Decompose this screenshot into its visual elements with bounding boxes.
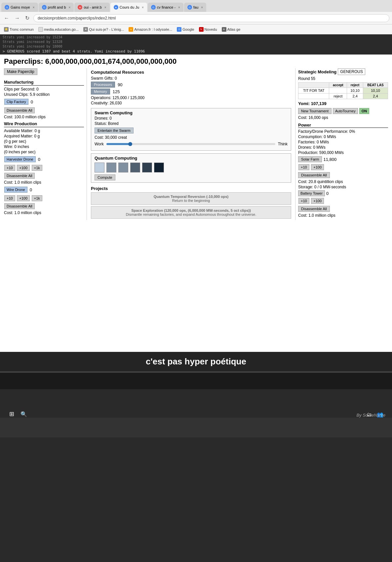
td-reject-label: reject (329, 94, 347, 99)
battery-tower-button[interactable]: Battery Tower (298, 190, 325, 196)
tab-oui[interactable]: M oui - amir.b × (74, 3, 109, 12)
harvester-plus100[interactable]: +100 (17, 165, 30, 171)
project-temporal-reversion[interactable]: Quantum Temporal Reversion (-10,000 ops)… (91, 192, 291, 205)
processors-button[interactable]: Processors (91, 82, 115, 88)
memory-button[interactable]: Memory (91, 89, 110, 94)
bookmark-novedu[interactable]: N Novedu (198, 26, 218, 32)
bookmark-atlas[interactable]: A Atlas ge (220, 26, 242, 32)
bookmark-media[interactable]: media.education.go... (37, 26, 80, 32)
tab-cv[interactable]: G cv finance - × (148, 3, 183, 12)
tab-close-profit[interactable]: × (69, 6, 71, 9)
solar-farm-button[interactable]: Solar Farm (298, 156, 322, 162)
creativity: Creativity: 26,030 (91, 101, 291, 105)
bookmark-favicon-tronc: ⭐ (4, 27, 9, 32)
solar-plus100[interactable]: +100 (311, 164, 324, 170)
strategic-modeling-title: Strategic Modeling (298, 69, 336, 74)
disassemble-all-manufacturing-button[interactable]: Disassemble All (4, 107, 35, 113)
qubit-2 (106, 163, 116, 172)
wire-rate: (0 inches per sec) (4, 150, 84, 154)
tab-cours[interactable]: ● Cours du Ju × (110, 3, 147, 12)
wire-value: 0 (30, 187, 32, 192)
autotourney-button[interactable]: AutoTourney (333, 108, 358, 114)
project-space-exploration[interactable]: Space Exploration (120,000 ops, (6,000,0… (91, 206, 291, 219)
td-reject-row (298, 94, 329, 99)
td-accept (329, 88, 347, 94)
bookmark-tronc[interactable]: ⭐ Tronc commun (3, 26, 35, 32)
battery-row: Battery Tower 0 (298, 190, 388, 196)
processors-value: 90 (118, 82, 122, 87)
notif-3: Strats yomi increased by 18000 (3, 44, 389, 49)
tab-favicon-profit: G (42, 5, 47, 10)
manufacturing-cost: Cost: 100.0 million clips (4, 115, 84, 119)
qubit-6 (154, 163, 164, 172)
tab-profit[interactable]: G profit and b × (39, 3, 74, 12)
project-temporal-desc: Return to the beginning (94, 199, 288, 203)
tab-close-cv[interactable]: × (178, 6, 180, 9)
td-reject-vals: 2,4 (347, 94, 363, 99)
forward-button[interactable]: → (13, 15, 21, 22)
disassemble-all-wire-button[interactable]: Disassemble All (4, 203, 35, 209)
paperclips-count: 6,000,000,000,001,674,000,000,000,000 (45, 57, 177, 65)
laptop-bottom: ⊞ 🔍 🗂 👥 By SomeName (0, 371, 392, 437)
battery-plus100[interactable]: +100 (311, 198, 324, 204)
tournament-cost: Cost: 16,000 ops (298, 115, 388, 120)
qubits-row (95, 163, 288, 172)
tab-close-fau[interactable]: × (201, 6, 203, 9)
disassemble-all-solar-button[interactable]: Disassemble All (298, 172, 330, 178)
th-empty (298, 83, 329, 88)
battery-plus10[interactable]: +10 (298, 198, 309, 204)
tab-favicon-cours: ● (114, 5, 118, 10)
wire-plus1k[interactable]: +1k (32, 195, 42, 201)
harvester-plus10[interactable]: +10 (4, 165, 15, 171)
swarm-status: Status: Bored (95, 121, 288, 126)
quantum-computing-title: Quantum Computing (95, 156, 288, 161)
tab-favicon-gains: G (5, 5, 9, 10)
td-accept-vals: 10,10 (347, 88, 363, 94)
bookmark-amazon[interactable]: a Amazon.fr : l odyssée... (127, 26, 174, 32)
swarm-drones: Drones: 0 (95, 116, 288, 121)
wire-plus10[interactable]: +10 (4, 195, 15, 201)
disassemble-all-battery-button[interactable]: Disassemble All (298, 206, 330, 212)
manufacturing-header: Manufacturing (4, 80, 84, 86)
tab-close-cours[interactable]: × (142, 6, 144, 9)
qubit-3 (118, 163, 128, 172)
bookmark-qui[interactable]: ★ Qui suis-je? - L'énig... (82, 26, 125, 32)
harvester-drone-button[interactable]: Harvester Drone (4, 156, 36, 162)
battery-value: 0 (326, 191, 329, 196)
tab-close-gains[interactable]: × (33, 6, 35, 9)
compute-button[interactable]: Compute (95, 174, 115, 180)
refresh-button[interactable]: ↻ (24, 14, 31, 22)
taskbar: ⊞ 🔍 🗂 👥 (0, 373, 392, 389)
wire-plus100[interactable]: +100 (17, 195, 30, 201)
back-button[interactable]: ← (3, 15, 11, 22)
tab-fau[interactable]: G fau × (184, 3, 206, 12)
tab-favicon-cv: G (151, 5, 156, 10)
unused-clips: Unused Clips: 5.9 octillion (4, 92, 84, 97)
new-tournament-button[interactable]: New Tournament (298, 108, 332, 114)
generous-badge: GENEROUS (338, 68, 365, 75)
td-beat-accept: 10,10 (363, 88, 388, 94)
solar-plus10[interactable]: +10 (298, 164, 309, 170)
bookmark-favicon-novedu: N (199, 27, 204, 32)
qubit-5 (142, 163, 152, 172)
make-paperclip-button[interactable]: Make Paperclip (4, 68, 37, 75)
tab-close-oui[interactable]: × (104, 6, 106, 9)
tab-label-cv: cv finance - (157, 5, 176, 9)
td-beat-reject: 2,4 (363, 94, 388, 99)
wire-drone-button[interactable]: Wire Drone (4, 187, 27, 193)
tab-gains[interactable]: G Gains moye × (1, 3, 38, 12)
th-beat-last: BEAT LAS (363, 83, 388, 88)
clip-factory-button[interactable]: Clip Factory (4, 99, 28, 105)
disassemble-all-harvester-button[interactable]: Disassemble All (4, 173, 35, 179)
work-think-slider[interactable] (106, 143, 275, 145)
notif-2: Strats yomi increased by 12328 (3, 40, 389, 44)
clip-factory-value: 0 (31, 99, 33, 104)
subtitle-bar: c'est pas hyper poétique (0, 352, 392, 371)
harvester-plus1k[interactable]: +1k (32, 165, 42, 171)
tab-bar: G Gains moye × G profit and b × M oui - … (0, 0, 392, 12)
bookmark-google[interactable]: G Google (176, 26, 195, 32)
entertain-swarm-button[interactable]: Entertain the Swarm (95, 128, 134, 133)
project-space-title: Space Exploration (120,000 ops, (6,000,0… (94, 208, 288, 212)
subtitle-text: c'est pas hyper poétique (146, 356, 246, 366)
url-bar[interactable]: decisionproblem.com/paperclips/index2.ht… (33, 14, 389, 22)
